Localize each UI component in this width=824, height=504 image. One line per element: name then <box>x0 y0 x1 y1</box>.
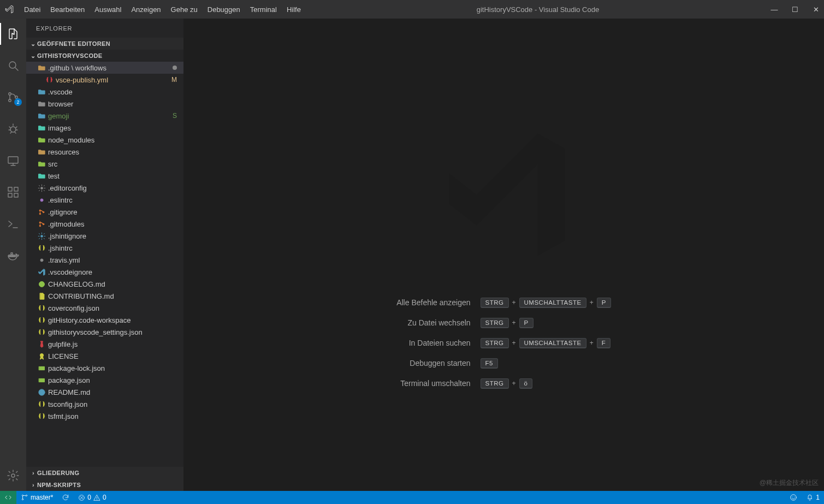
tree-item[interactable]: gemojiS <box>26 110 183 122</box>
tree-item[interactable]: .gitignore <box>26 206 183 218</box>
section-folder-label: GITHISTORYVSCODE <box>37 52 102 59</box>
tree-item[interactable]: .jshintignore <box>26 230 183 242</box>
tree-item[interactable]: CHANGELOG.md <box>26 278 183 290</box>
tree-item[interactable]: node_modules <box>26 134 183 146</box>
tree-item-label: gitHistory.code-workspace <box>48 316 177 324</box>
tree-item[interactable]: LICENSE <box>26 350 183 362</box>
status-errors-count: 0 <box>87 494 91 501</box>
tree-item-label: resources <box>48 148 177 156</box>
folder-icon <box>36 124 47 132</box>
tree-item[interactable]: CONTRIBUTING.md <box>26 290 183 302</box>
history-icon <box>36 280 47 288</box>
folder-icon <box>36 172 47 180</box>
section-outline-label: GLIEDERUNG <box>37 470 79 476</box>
activity-remote[interactable] <box>0 150 26 171</box>
status-problems[interactable]: 0 0 <box>74 491 110 504</box>
tree-item[interactable]: src <box>26 158 183 170</box>
status-feedback[interactable] <box>785 491 802 504</box>
menu-terminal[interactable]: Terminal <box>246 3 281 16</box>
menu-anzeigen[interactable]: Anzeigen <box>127 3 165 16</box>
window-title: gitHistoryVSCode - Visual Studio Code <box>305 5 770 14</box>
tree-item-label: README.md <box>48 388 177 396</box>
svg-point-23 <box>40 235 43 237</box>
key-separator: + <box>590 299 594 306</box>
braces-icon <box>36 316 47 324</box>
activity-settings[interactable] <box>0 465 26 487</box>
tree-item[interactable]: tsfmt.json <box>26 410 183 422</box>
activity-terminal[interactable] <box>0 213 26 235</box>
tree-item[interactable]: .gitmodules <box>26 218 183 230</box>
status-notifications-count: 1 <box>816 494 820 501</box>
section-npm[interactable]: › NPM-SKRIPTS <box>26 479 183 491</box>
tree-item[interactable]: .vscode <box>26 86 183 98</box>
tree-item[interactable]: .eslintrc <box>26 194 183 206</box>
braces-icon <box>36 304 47 312</box>
tree-item[interactable]: gitHistory.code-workspace <box>26 314 183 326</box>
activity-search[interactable] <box>0 55 26 76</box>
tree-item[interactable]: vsce-publish.ymlM <box>26 74 183 86</box>
title-bar: DateiBearbeitenAuswahlAnzeigenGehe zuDeb… <box>0 0 824 19</box>
tree-item-label: LICENSE <box>48 352 177 360</box>
menu-hilfe[interactable]: Hilfe <box>282 3 305 16</box>
shortcut-label: Zu Datei wechseln <box>396 318 470 327</box>
tree-item[interactable]: .travis.yml <box>26 254 183 266</box>
svg-rect-8 <box>14 193 18 197</box>
menu-datei[interactable]: Datei <box>20 3 45 16</box>
tree-item[interactable]: .vscodeignore <box>26 266 183 278</box>
tree-item[interactable]: githistoryvscode_settings.json <box>26 326 183 338</box>
status-bar: master* 0 0 1 <box>0 491 824 504</box>
tree-item[interactable]: gulpfile.js <box>26 338 183 350</box>
status-sync[interactable] <box>57 491 74 504</box>
file-tree[interactable]: .github \ workflowsvsce-publish.ymlM.vsc… <box>26 62 183 467</box>
section-folder[interactable]: ⌄ GITHISTORYVSCODE <box>26 50 183 62</box>
tree-item[interactable]: README.md <box>26 386 183 398</box>
shortcut-keys: F5 <box>481 358 611 369</box>
tree-item[interactable]: package.json <box>26 374 183 386</box>
tree-item[interactable]: resources <box>26 146 183 158</box>
tree-item-label: .editorconfig <box>48 184 177 192</box>
cert-icon <box>36 352 47 360</box>
status-notifications[interactable]: 1 <box>802 491 824 504</box>
tree-item-label: CONTRIBUTING.md <box>48 292 177 300</box>
maximize-button[interactable]: ☐ <box>791 5 799 14</box>
activity-extensions[interactable] <box>0 181 26 203</box>
menu-gehe zu[interactable]: Gehe zu <box>167 3 202 16</box>
tree-item[interactable]: coverconfig.json <box>26 302 183 314</box>
shortcut-keys: STRG+UMSCHALTTASTE+F <box>481 338 611 348</box>
activity-docker[interactable] <box>0 245 26 266</box>
tree-item-label: .vscode <box>48 88 177 96</box>
status-remote[interactable] <box>0 491 16 504</box>
scm-badge: 2 <box>14 98 22 106</box>
key-separator: + <box>590 339 594 347</box>
key-separator: + <box>512 339 516 347</box>
tree-item[interactable]: test <box>26 170 183 182</box>
status-branch[interactable]: master* <box>16 491 57 504</box>
section-open-editors[interactable]: ⌄ GEÖFFNETE EDITOREN <box>26 38 183 50</box>
tree-item-label: .jshintignore <box>48 232 177 240</box>
activity-scm[interactable]: 2 <box>0 86 26 108</box>
svg-point-34 <box>791 495 797 501</box>
shortcut-label: Alle Befehle anzeigen <box>396 298 470 307</box>
tree-item[interactable]: .jshintrc <box>26 242 183 254</box>
menu-auswahl[interactable]: Auswahl <box>90 3 126 16</box>
minimize-button[interactable]: — <box>770 5 778 14</box>
tree-item-decoration: M <box>171 76 177 84</box>
tree-item[interactable]: .editorconfig <box>26 182 183 194</box>
tree-item[interactable]: tsconfig.json <box>26 398 183 410</box>
tree-item[interactable]: browser <box>26 98 183 110</box>
activity-debug[interactable] <box>0 118 26 140</box>
tree-item-label: images <box>48 124 177 132</box>
menu-debuggen[interactable]: Debuggen <box>203 3 245 16</box>
menu-bearbeiten[interactable]: Bearbeiten <box>46 3 89 16</box>
tree-item[interactable]: images <box>26 122 183 134</box>
tree-item[interactable]: .github \ workflows <box>26 62 183 74</box>
tree-item[interactable]: package-lock.json <box>26 362 183 374</box>
sidebar-title: EXPLORER <box>26 19 183 38</box>
section-outline[interactable]: › GLIEDERUNG <box>26 467 183 479</box>
svg-point-15 <box>40 187 43 189</box>
dot-icon <box>36 256 47 264</box>
tree-item-label: src <box>48 160 177 168</box>
close-button[interactable]: ✕ <box>812 5 820 14</box>
activity-explorer[interactable] <box>0 23 26 45</box>
tree-item-label: githistoryvscode_settings.json <box>48 328 177 336</box>
